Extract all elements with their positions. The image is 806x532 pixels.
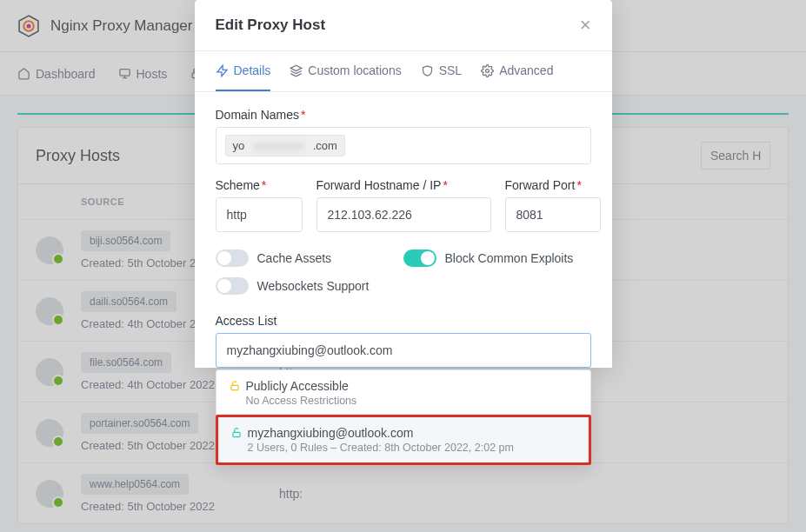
hostname-input[interactable] (316, 197, 491, 232)
modal-tabs: Details Custom locations SSL Advanced (195, 51, 612, 92)
hostname-label: Forward Hostname / IP* (316, 178, 491, 192)
tab-ssl[interactable]: SSL (421, 51, 462, 91)
close-icon: × (580, 14, 591, 36)
tab-details[interactable]: Details (216, 51, 271, 91)
svg-marker-6 (291, 65, 303, 70)
tab-label: Custom locations (308, 63, 401, 77)
tab-advanced[interactable]: Advanced (481, 51, 553, 91)
shield-icon (421, 64, 434, 77)
tab-label: Advanced (499, 63, 553, 77)
block-exploits-label: Block Common Exploits (445, 251, 574, 265)
scheme-select[interactable] (216, 197, 303, 232)
svg-rect-9 (232, 432, 239, 436)
access-list-dropdown: Publicly Accessible No Access Restrictio… (216, 369, 591, 465)
access-list-select[interactable] (216, 333, 591, 368)
tab-custom-locations[interactable]: Custom locations (290, 51, 401, 91)
websockets-toggle[interactable] (216, 277, 249, 295)
access-list-label: Access List (216, 314, 591, 328)
tab-label: Details (234, 63, 271, 77)
port-label: Forward Port* (505, 178, 601, 192)
zap-icon (216, 64, 229, 77)
scheme-label: Scheme* (216, 178, 303, 192)
domain-names-label: Domain Names* (216, 108, 591, 122)
cache-assets-toggle[interactable] (216, 249, 249, 267)
edit-proxy-host-modal: Edit Proxy Host × Details Custom locatio… (195, 0, 612, 368)
modal-title: Edit Proxy Host (216, 17, 326, 34)
svg-rect-8 (230, 385, 237, 389)
domain-chip[interactable]: yoxxxxxxxxx.com (225, 135, 345, 156)
svg-point-7 (486, 69, 490, 72)
port-input[interactable] (505, 197, 601, 232)
access-list-option-public[interactable]: Publicly Accessible No Access Restrictio… (216, 370, 590, 416)
access-list-option-user[interactable]: myzhangxiubing@outlook.com 2 Users, 0 Ru… (216, 415, 591, 465)
cache-assets-label: Cache Assets (257, 251, 332, 265)
gear-icon (481, 64, 494, 77)
tab-label: SSL (439, 63, 462, 77)
layers-icon (290, 64, 303, 77)
block-exploits-toggle[interactable] (403, 249, 436, 267)
svg-marker-5 (216, 65, 226, 76)
websockets-label: Websockets Support (257, 279, 370, 293)
unlock-icon (229, 380, 241, 392)
close-button[interactable]: × (580, 16, 591, 35)
domain-names-input[interactable]: yoxxxxxxxxx.com (216, 127, 591, 164)
unlock-icon (230, 427, 243, 439)
